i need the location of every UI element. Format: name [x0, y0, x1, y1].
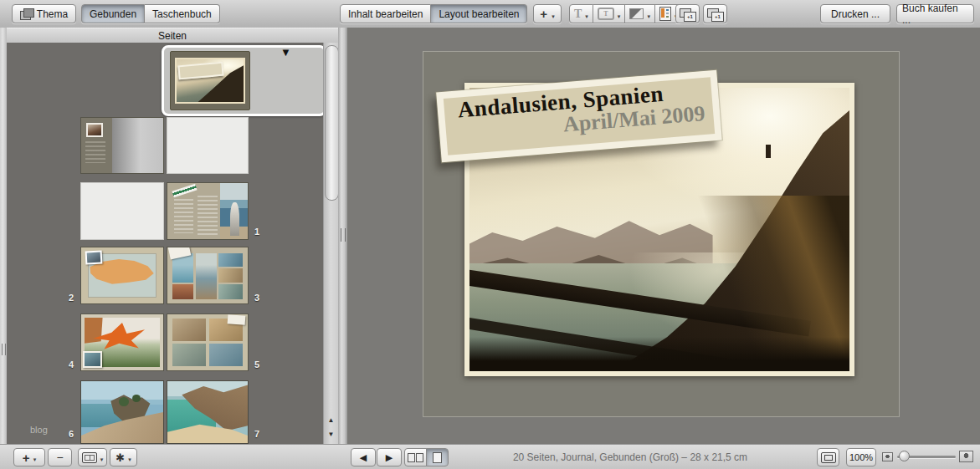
add-page-bottom-button[interactable]: + ▾: [13, 448, 45, 466]
remove-page-button[interactable]: −: [48, 448, 72, 466]
tab-layout-bearbeiten[interactable]: Layout bearbeiten: [431, 4, 527, 23]
text-tool-button[interactable]: T ▾: [569, 4, 593, 23]
top-toolbar: Thema Gebunden Taschenbuch Inhalt bearbe…: [0, 0, 980, 28]
sidebar-header: Seiten: [7, 28, 338, 44]
zoom-level-button[interactable]: 100%: [846, 448, 876, 466]
disclosure-triangle-icon[interactable]: ▼: [280, 47, 291, 58]
collage-tile: [218, 284, 243, 298]
add-page-button[interactable]: +1: [675, 4, 700, 23]
chevron-down-icon: ▾: [552, 13, 555, 20]
book-status-text: 20 Seiten, Journal, Gebunden (Groß) – 28…: [464, 451, 796, 463]
fit-to-window-button[interactable]: [817, 448, 839, 466]
drucken-button[interactable]: Drucken ...: [820, 4, 890, 23]
next-page-button[interactable]: ▶: [377, 448, 402, 466]
tab-taschenbuch-label: Taschenbuch: [152, 8, 212, 20]
grid-photo-tile: [172, 344, 206, 366]
thumbnail-page-7[interactable]: [167, 380, 249, 444]
grid-photo-tile: [209, 344, 243, 366]
page-number-2: 2: [65, 293, 77, 303]
theme-stack-icon: [20, 8, 33, 19]
sidebar-scrollbar[interactable]: ▲ ▼: [323, 43, 339, 444]
tab-layout-label: Layout bearbeiten: [439, 8, 519, 20]
buch-kaufen-button-label: Buch kaufen ...: [902, 3, 968, 26]
drucken-button-label: Drucken ...: [831, 8, 880, 20]
edit-mode-tabs: Inhalt bearbeiten Layout bearbeiten: [340, 4, 527, 23]
thumbnail-page-1[interactable]: [167, 182, 249, 240]
chevron-down-icon: ▾: [128, 456, 131, 463]
tab-gebunden[interactable]: Gebunden: [81, 4, 145, 23]
back-arrow-icon: ◀: [360, 452, 367, 463]
add-pages-icon: +1: [707, 8, 723, 20]
page-layout-icon: [659, 7, 671, 21]
left-pane-grab-handle[interactable]: [2, 344, 6, 355]
thumbnail-page-5[interactable]: [167, 314, 249, 371]
thumbnail-page-6[interactable]: [80, 380, 164, 444]
flap-photo: [86, 123, 103, 137]
chevron-down-icon: ▾: [100, 456, 104, 463]
tab-taschenbuch[interactable]: Taschenbuch: [145, 4, 220, 23]
plus-icon: +: [23, 451, 30, 465]
thumbnail-blank-left[interactable]: [80, 182, 164, 240]
one-page-view-icon: [433, 452, 442, 463]
chevron-down-icon: ▾: [33, 456, 37, 463]
add-item-button[interactable]: + ▾: [533, 4, 562, 23]
scroll-down-icon[interactable]: ▼: [324, 427, 338, 441]
thumbnail-page-2[interactable]: [80, 247, 164, 304]
single-page-view-button[interactable]: [426, 448, 449, 466]
zoom-out-photo-icon: [882, 452, 893, 461]
tab-inhalt-bearbeiten[interactable]: Inhalt bearbeiten: [340, 4, 431, 23]
buch-kaufen-button[interactable]: Buch kaufen ...: [896, 4, 974, 23]
thumbnail-inside-cover[interactable]: [80, 117, 164, 174]
label-card-graphic: [228, 315, 246, 325]
add-pages-button[interactable]: +1: [703, 4, 727, 23]
scrollbar-thumb[interactable]: [325, 45, 339, 201]
chevron-down-icon: ▾: [585, 13, 588, 20]
tab-inhalt-label: Inhalt bearbeiten: [348, 8, 423, 20]
textbox-icon: T: [598, 8, 614, 20]
sidebar-header-label: Seiten: [158, 30, 187, 42]
main-status-bar: ◀ ▶ 20 Seiten, Journal, Gebunden (Groß) …: [347, 444, 980, 469]
spread-view-button[interactable]: [404, 448, 427, 466]
page-number-4: 4: [65, 359, 77, 370]
book-preview-area: Andalusien, Spanien April/Mai 2009: [347, 28, 980, 444]
collage-tile: [218, 268, 243, 282]
person-silhouette: [230, 202, 239, 236]
textbox-tool-button[interactable]: T ▾: [593, 4, 626, 23]
chevron-down-icon: ▾: [618, 13, 621, 20]
zoom-slider-thumb[interactable]: [899, 451, 910, 461]
chevron-down-icon: ▾: [647, 13, 650, 20]
text-column-2: [198, 196, 217, 235]
object-tools-group: T ▾ T ▾ ▾ ▾: [569, 4, 682, 23]
scroll-up-icon[interactable]: ▲: [324, 413, 338, 427]
text-column-1: [174, 199, 193, 234]
scrollbar-arrows: ▲ ▼: [324, 413, 338, 441]
background-fill-icon: [629, 8, 644, 19]
tree-blob: [119, 397, 129, 405]
previous-page-button[interactable]: ◀: [351, 448, 376, 466]
pane-splitter[interactable]: [338, 28, 347, 444]
background-tool-button[interactable]: ▾: [625, 4, 655, 23]
add-page-icon: +1: [680, 8, 695, 20]
plus-icon: +: [540, 7, 547, 21]
andalusia-flag-graphic: [172, 184, 197, 198]
binding-format-tabs: Gebunden Taschenbuch: [81, 4, 220, 23]
two-page-view-icon: [408, 453, 423, 462]
forward-arrow-icon: ▶: [386, 452, 393, 463]
thema-button[interactable]: Thema: [12, 4, 76, 23]
collage-tile: [196, 253, 217, 299]
page-number-6: 6: [65, 429, 77, 439]
settings-gear-button[interactable]: ✱ ▾: [110, 448, 137, 466]
page-layout-picker-button[interactable]: ▾: [78, 448, 107, 466]
flap-gradient-panel: [112, 118, 163, 173]
gear-icon: ✱: [115, 451, 125, 464]
book-cover-canvas: Andalusien, Spanien April/Mai 2009: [423, 51, 900, 417]
thumbnail-page-3[interactable]: [167, 247, 249, 304]
page-number-1: 1: [251, 227, 263, 237]
blog-label: blog: [30, 425, 48, 435]
tree-blob: [132, 395, 141, 402]
splitter-grab-handle[interactable]: [341, 228, 346, 242]
thumbnail-cover[interactable]: [170, 51, 250, 110]
thumbnail-page-4[interactable]: [80, 314, 164, 371]
thumbnail-blank-right[interactable]: [167, 117, 249, 174]
cover-selection[interactable]: ▼: [162, 45, 323, 116]
